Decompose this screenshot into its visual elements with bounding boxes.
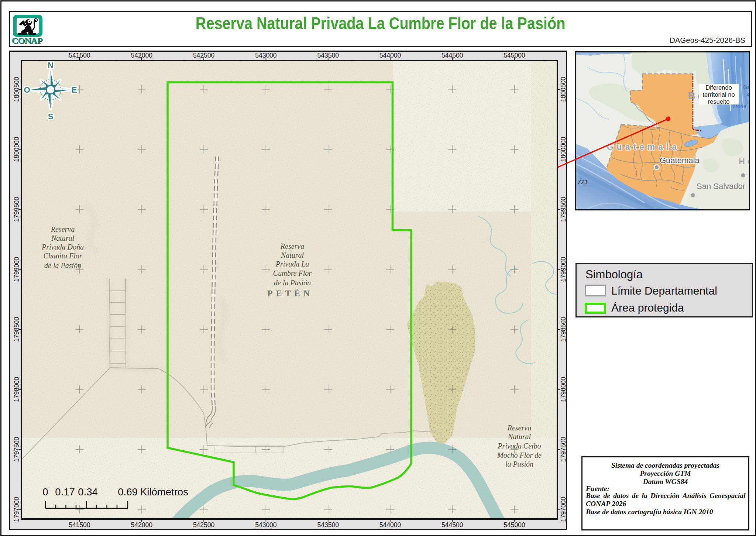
svg-text:resuelto: resuelto: [708, 98, 730, 105]
svg-text:Natural: Natural: [51, 234, 75, 242]
svg-text:la Pasión: la Pasión: [505, 460, 533, 468]
svg-text:Guatemala: Guatemala: [660, 156, 700, 165]
svg-text:Mocho Flor de: Mocho Flor de: [497, 451, 542, 459]
svg-text:Diferendo: Diferendo: [705, 84, 732, 91]
svg-text:Gu: Gu: [743, 84, 750, 90]
svg-text:Guatemala: Guatemala: [607, 142, 680, 152]
svg-text:0.34: 0.34: [78, 486, 98, 498]
svg-text:0.69: 0.69: [118, 486, 138, 498]
svg-text:S: S: [48, 112, 54, 121]
svg-text:Natural: Natural: [508, 433, 531, 441]
svg-text:Reserva: Reserva: [280, 242, 304, 250]
svg-text:Kilómetros: Kilómetros: [140, 486, 188, 498]
svg-text:Cumbre Flor: Cumbre Flor: [273, 269, 312, 277]
svg-text:de la Pasión: de la Pasión: [44, 261, 81, 269]
svg-text:Ho: Ho: [739, 157, 750, 166]
svg-text:0: 0: [42, 486, 48, 498]
svg-text:N: N: [48, 61, 54, 70]
svg-text:E: E: [72, 85, 77, 95]
svg-text:de la Pasión: de la Pasión: [274, 279, 311, 287]
svg-text:territorial no: territorial no: [702, 91, 735, 98]
svg-text:0.17: 0.17: [55, 486, 75, 498]
svg-text:San Salvador: San Salvador: [697, 182, 745, 191]
svg-text:d: d: [747, 91, 750, 97]
svg-text:PETÉN: PETÉN: [267, 288, 313, 298]
svg-text:Reserva: Reserva: [51, 225, 75, 233]
svg-text:CONAP: CONAP: [12, 36, 42, 45]
svg-text:Privada Ceibo: Privada Ceibo: [497, 442, 541, 450]
svg-text:Reserva: Reserva: [507, 424, 531, 432]
svg-text:Privada Doña: Privada Doña: [41, 243, 84, 251]
svg-text:Natural: Natural: [281, 251, 304, 259]
svg-text:721: 721: [577, 179, 588, 186]
svg-text:Privada La: Privada La: [275, 260, 309, 268]
svg-text:O: O: [24, 85, 30, 95]
svg-text:Chanita Flor: Chanita Flor: [43, 252, 82, 260]
